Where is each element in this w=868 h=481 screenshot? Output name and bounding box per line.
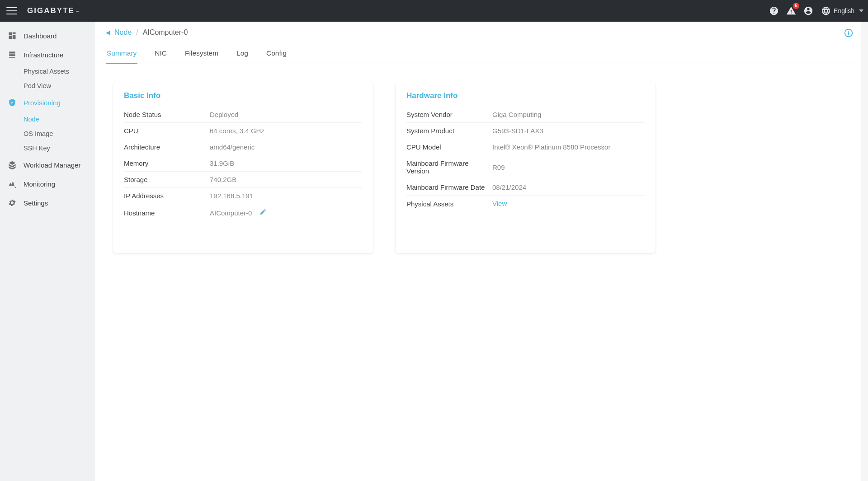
content-header: ◀ Node / AIComputer-0 Summary NIC Filesy…	[95, 22, 861, 64]
kv-label: Mainboard Firmware Date	[406, 183, 492, 191]
kv-label: Memory	[124, 159, 210, 167]
edit-hostname-icon[interactable]	[259, 208, 267, 215]
row-hostname: Hostname AIComputer-0	[124, 204, 362, 221]
kv-label: Hostname	[124, 209, 210, 217]
row-node-status: Node Status Deployed	[124, 107, 362, 123]
breadcrumb-separator: /	[136, 28, 138, 37]
row-mb-fw-version: Mainboard Firmware Version R09	[406, 155, 645, 179]
row-memory: Memory 31.9GiB	[124, 155, 362, 172]
kv-value: 08/21/2024	[492, 183, 645, 191]
gear-icon	[7, 198, 17, 208]
infrastructure-icon	[7, 50, 17, 60]
help-icon[interactable]	[769, 5, 779, 16]
scrollbar[interactable]	[861, 22, 868, 481]
row-cpu: CPU 64 cores, 3.4 GHz	[124, 123, 362, 139]
kv-label: System Product	[406, 127, 492, 135]
sidebar-item-os-image[interactable]: OS Image	[24, 126, 95, 141]
sidebar-item-label: Monitoring	[24, 180, 55, 188]
kv-value: AIComputer-0	[210, 209, 252, 217]
content-body: Basic Info Node Status Deployed CPU 64 c…	[95, 64, 861, 481]
brand-text: GIGABYTE	[27, 6, 75, 15]
sidebar-item-physical-assets[interactable]: Physical Assets	[24, 64, 95, 79]
kv-label: Physical Assets	[406, 200, 492, 208]
dashboard-icon	[7, 31, 17, 41]
card-basic-info: Basic Info Node Status Deployed CPU 64 c…	[113, 82, 373, 253]
row-ip-addresses: IP Addresses 192.168.5.191	[124, 188, 362, 204]
sidebar: Dashboard Infrastructure Physical Assets…	[0, 22, 95, 481]
tab-nic[interactable]: NIC	[154, 45, 168, 64]
alert-icon[interactable]: 5	[786, 5, 797, 16]
sidebar-item-settings[interactable]: Settings	[0, 193, 95, 212]
kv-value: Deployed	[210, 111, 362, 118]
language-selector[interactable]: English	[821, 6, 863, 16]
breadcrumb-current: AIComputer-0	[143, 28, 188, 37]
breadcrumb-parent[interactable]: Node	[114, 28, 132, 37]
card-hardware-info: Hardware Info System Vendor Giga Computi…	[396, 82, 656, 253]
card-title: Hardware Info	[406, 91, 645, 100]
sidebar-item-workload-manager[interactable]: Workload Manager	[0, 155, 95, 174]
tab-log[interactable]: Log	[236, 45, 249, 64]
sidebar-item-pod-view[interactable]: Pod View	[24, 79, 95, 93]
row-storage: Storage 740.2GB	[124, 172, 362, 188]
kv-label: CPU Model	[406, 143, 492, 151]
sidebar-item-label: Dashboard	[24, 32, 57, 40]
row-mb-fw-date: Mainboard Firmware Date 08/21/2024	[406, 179, 645, 196]
row-physical-assets: Physical Assets View	[406, 196, 645, 212]
kv-label: Architecture	[124, 143, 210, 151]
sidebar-item-label: Provisioning	[24, 99, 61, 107]
sidebar-item-label: Workload Manager	[24, 161, 80, 169]
row-cpu-model: CPU Model Intel® Xeon® Platinum 8580 Pro…	[406, 139, 645, 155]
monitoring-icon	[7, 179, 17, 189]
physical-assets-view-link[interactable]: View	[492, 200, 507, 208]
breadcrumb-back-icon[interactable]: ◀	[106, 29, 110, 36]
user-account-icon[interactable]	[803, 5, 814, 16]
main-content: ◀ Node / AIComputer-0 Summary NIC Filesy…	[95, 22, 861, 481]
sidebar-item-ssh-key[interactable]: SSH Key	[24, 141, 95, 155]
kv-value: amd64/generic	[210, 143, 362, 151]
breadcrumb: ◀ Node / AIComputer-0	[106, 28, 850, 37]
sidebar-item-label: Settings	[24, 199, 48, 207]
sidebar-item-monitoring[interactable]: Monitoring	[0, 174, 95, 193]
sidebar-item-infrastructure[interactable]: Infrastructure	[0, 45, 95, 64]
tab-config[interactable]: Config	[265, 45, 288, 64]
kv-value: Giga Computing	[492, 111, 645, 118]
kv-label: Mainboard Firmware Version	[406, 159, 492, 175]
tab-summary[interactable]: Summary	[106, 45, 137, 64]
tab-filesystem[interactable]: Filesystem	[184, 45, 219, 64]
kv-label: Node Status	[124, 111, 210, 118]
kv-label: CPU	[124, 127, 210, 135]
kv-value: 31.9GiB	[210, 159, 362, 167]
kv-value: Intel® Xeon® Platinum 8580 Processor	[492, 143, 645, 151]
provisioning-icon	[7, 98, 17, 107]
kv-value: G593-SD1-LAX3	[492, 127, 645, 135]
row-system-product: System Product G593-SD1-LAX3	[406, 123, 645, 139]
chevron-down-icon	[859, 9, 863, 12]
kv-label: Storage	[124, 176, 210, 183]
row-system-vendor: System Vendor Giga Computing	[406, 107, 645, 123]
row-architecture: Architecture amd64/generic	[124, 139, 362, 155]
kv-label: System Vendor	[406, 111, 492, 118]
alert-badge: 5	[793, 3, 799, 9]
menu-toggle-icon[interactable]	[6, 5, 17, 16]
sidebar-item-provisioning[interactable]: Provisioning	[0, 93, 95, 112]
kv-value: 192.168.5.191	[210, 192, 362, 200]
kv-value: R09	[492, 163, 645, 171]
top-bar: GIGABYTE™ 5 English	[0, 0, 868, 22]
brand-logo: GIGABYTE™	[27, 6, 80, 15]
tabs: Summary NIC Filesystem Log Config	[106, 45, 850, 64]
sidebar-item-node[interactable]: Node	[24, 112, 95, 126]
sidebar-item-label: Infrastructure	[24, 51, 63, 59]
kv-label: IP Addresses	[124, 192, 210, 200]
info-icon[interactable]	[844, 28, 854, 38]
language-label: English	[834, 7, 854, 14]
card-title: Basic Info	[124, 91, 362, 100]
kv-value: 740.2GB	[210, 176, 362, 183]
workload-icon	[7, 160, 17, 170]
kv-value: 64 cores, 3.4 GHz	[210, 127, 362, 135]
sidebar-item-dashboard[interactable]: Dashboard	[0, 26, 95, 45]
